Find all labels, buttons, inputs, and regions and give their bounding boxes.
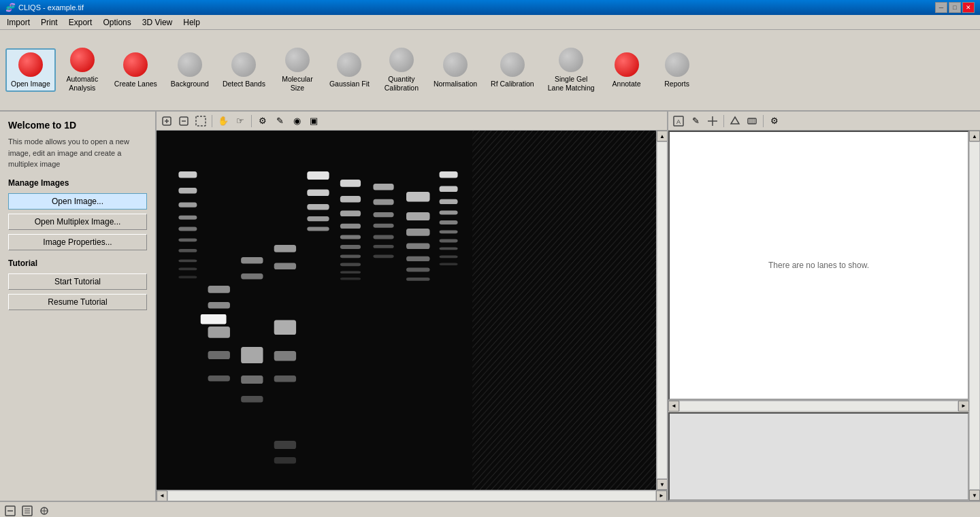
- menu-options[interactable]: Options: [99, 16, 135, 29]
- right-scroll-right[interactable]: ►: [958, 401, 969, 412]
- right-hscroll[interactable]: ◄ ►: [668, 400, 969, 411]
- svg-rect-49: [340, 278, 361, 280]
- right-panel-inner: There are no lanes to show. ◄ ► ▲ ▼: [668, 131, 980, 501]
- toolbar-automatic-analysis[interactable]: Automatic Analysis: [59, 44, 106, 96]
- background-icon: [178, 52, 202, 77]
- toolbar-quantity-calibration[interactable]: Quantity Calibration: [378, 44, 425, 96]
- image-properties-button[interactable]: Image Properties...: [8, 234, 147, 250]
- right-tool-settings[interactable]: ⚙: [767, 114, 782, 129]
- zoom-out-button[interactable]: [176, 114, 191, 129]
- right-vscroll[interactable]: ▲ ▼: [969, 131, 980, 501]
- vertical-scrollbar[interactable]: ▲ ▼: [656, 131, 667, 490]
- toolbar-open-image[interactable]: Open Image: [5, 48, 56, 93]
- rf-calibration-icon: [500, 52, 525, 77]
- menu-print[interactable]: Print: [37, 16, 62, 29]
- fit-button[interactable]: [193, 114, 208, 129]
- image-toolbar: ✋ ☞ ⚙ ✎ ◉ ▣: [157, 112, 667, 131]
- gel-image-area[interactable]: ▲ ▼: [157, 131, 667, 490]
- pencil-button[interactable]: ✎: [272, 114, 287, 129]
- svg-rect-14: [178, 260, 197, 263]
- svg-rect-62: [406, 268, 430, 272]
- main-area: Welcome to 1D This mode allows you to op…: [0, 112, 980, 501]
- minimize-button[interactable]: ─: [935, 2, 947, 13]
- menubar: Import Print Export Options 3D View Help: [0, 15, 980, 30]
- menu-import[interactable]: Import: [3, 16, 34, 29]
- bottom-panel: No lanes have been created. ◄ ► Current …: [0, 501, 980, 517]
- bottom-tool-3[interactable]: [37, 503, 52, 518]
- right-tool-1[interactable]: A: [671, 114, 686, 129]
- tutorial-title: Tutorial: [8, 258, 147, 268]
- toolbar-detect-bands[interactable]: Detect Bands: [217, 48, 271, 93]
- right-scroll-left[interactable]: ◄: [668, 401, 679, 412]
- svg-rect-12: [178, 238, 197, 241]
- toolbar-single-gel[interactable]: Single Gel Lane Matching: [542, 44, 600, 96]
- toolbar-annotate[interactable]: Annotate: [603, 48, 651, 93]
- svg-rect-34: [274, 457, 296, 464]
- svg-rect-47: [340, 263, 361, 266]
- toolbar-reports[interactable]: Reports: [653, 48, 701, 93]
- horizontal-scrollbar[interactable]: ◄ ►: [157, 490, 667, 501]
- gaussian-fit-icon: [337, 52, 361, 77]
- svg-text:A: A: [676, 118, 681, 125]
- toolbar-create-lanes[interactable]: Create Lanes: [109, 48, 163, 93]
- svg-rect-40: [340, 180, 361, 187]
- toolbar-rf-calibration[interactable]: Rf Calibration: [485, 48, 540, 93]
- scroll-track-vertical[interactable]: [657, 141, 667, 479]
- right-tool-2[interactable]: ✎: [688, 114, 703, 129]
- right-tool-4[interactable]: [728, 114, 742, 129]
- start-tutorial-button[interactable]: Start Tutorial: [8, 273, 147, 290]
- toolbar-gaussian-fit[interactable]: Gaussian Fit: [324, 48, 375, 93]
- no-lanes-message: There are no lanes to show.: [768, 261, 869, 270]
- detect-bands-label: Detect Bands: [223, 80, 265, 88]
- open-image-label: Open Image: [11, 80, 50, 88]
- toolbar-background[interactable]: Background: [165, 48, 214, 93]
- open-multiplex-button[interactable]: Open Multiplex Image...: [8, 214, 147, 230]
- scroll-right-arrow[interactable]: ►: [656, 490, 667, 501]
- toolbar-normalisation[interactable]: Normalisation: [428, 48, 483, 93]
- svg-rect-59: [406, 229, 430, 236]
- zoom-in-button[interactable]: [159, 114, 174, 129]
- toolbar-molecular-size[interactable]: Molecular Size: [274, 44, 321, 96]
- bottom-toolbar: [0, 502, 980, 517]
- svg-rect-15: [178, 268, 197, 271]
- resume-tutorial-button[interactable]: Resume Tutorial: [8, 294, 147, 310]
- rf-calibration-label: Rf Calibration: [491, 80, 534, 88]
- bottom-tool-2[interactable]: [20, 503, 35, 518]
- svg-rect-76: [472, 131, 656, 490]
- right-separator-1: [723, 115, 724, 127]
- close-button[interactable]: ✕: [962, 2, 975, 13]
- settings-button[interactable]: ⚙: [255, 114, 270, 129]
- svg-rect-33: [274, 441, 296, 449]
- circle-button[interactable]: ◉: [289, 114, 304, 129]
- menu-export[interactable]: Export: [65, 16, 97, 29]
- right-vscroll-down[interactable]: ▼: [969, 490, 980, 501]
- normalisation-icon: [443, 52, 468, 77]
- scroll-up-arrow[interactable]: ▲: [657, 131, 667, 141]
- open-image-icon: [18, 52, 43, 77]
- right-htrack[interactable]: [679, 401, 958, 412]
- titlebar: 🧬 CLIQS - example.tif ─ □ ✕: [0, 0, 980, 15]
- reports-icon: [665, 52, 689, 77]
- scroll-track-horizontal[interactable]: [167, 490, 656, 501]
- menu-3dview[interactable]: 3D View: [138, 16, 176, 29]
- open-image-button[interactable]: Open Image...: [8, 193, 147, 210]
- right-vscroll-up[interactable]: ▲: [969, 131, 980, 141]
- svg-rect-26: [241, 376, 263, 384]
- right-tool-5[interactable]: [745, 114, 760, 129]
- maximize-button[interactable]: □: [949, 2, 961, 13]
- menu-help[interactable]: Help: [179, 16, 204, 29]
- grid-button[interactable]: ▣: [306, 114, 321, 129]
- svg-rect-61: [406, 256, 430, 261]
- pan-button[interactable]: ✋: [216, 114, 231, 129]
- scroll-down-arrow[interactable]: ▼: [657, 479, 667, 490]
- molecular-size-label: Molecular Size: [282, 75, 313, 92]
- right-tool-3[interactable]: [705, 114, 720, 129]
- scroll-left-arrow[interactable]: ◄: [157, 490, 167, 501]
- bottom-tool-1[interactable]: [3, 503, 18, 518]
- right-vtrack[interactable]: [969, 141, 980, 490]
- svg-rect-60: [406, 244, 430, 249]
- svg-rect-71: [440, 248, 458, 250]
- select-button[interactable]: ☞: [233, 114, 248, 129]
- svg-rect-45: [340, 245, 361, 249]
- automatic-analysis-label: Automatic Analysis: [66, 75, 98, 92]
